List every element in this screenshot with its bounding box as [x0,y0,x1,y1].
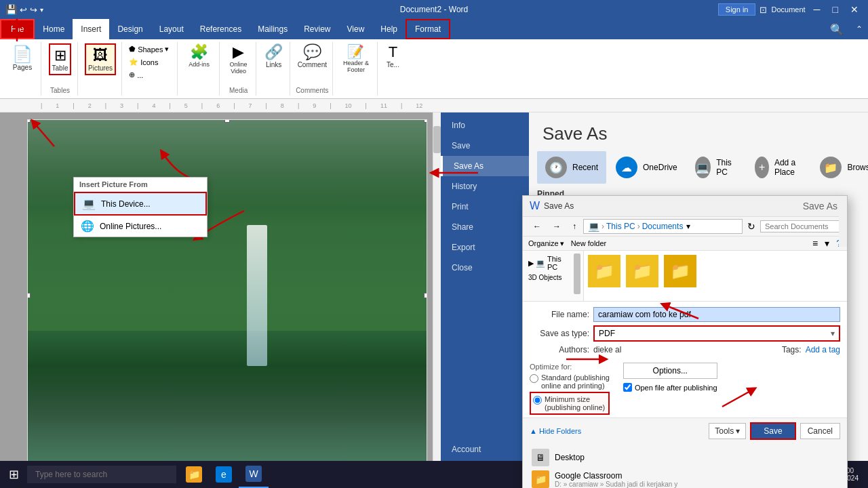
start-button[interactable]: ⊞ [0,461,27,488]
organize-btn[interactable]: Organize ▾ [528,239,564,248]
dialog-back-btn[interactable]: ← [528,220,546,233]
tab-layout[interactable]: Layout [151,19,192,39]
header-footer-btn[interactable]: 📝 Header &Footer [343,43,369,73]
redo-btn[interactable]: ↪ [30,5,37,15]
maximize-btn[interactable]: □ [829,4,842,15]
resize-handle-top-mid[interactable] [224,119,230,123]
nav-save[interactable]: Save [441,136,529,156]
open-after-checkbox-row[interactable]: Open file after publishing [623,383,717,392]
standard-option[interactable]: Standard (publishingonline and printing) [530,373,610,390]
options-btn[interactable]: Options... [623,363,717,379]
tab-design[interactable]: Design [109,19,151,39]
dialog-tree-panel: ▶💻This PC 3D Objects [523,251,584,301]
taskbar-word-app[interactable]: W [239,461,269,488]
table-btn[interactable]: ⊞ Table [49,43,72,75]
folder-thumb-2[interactable]: 📁 [626,255,658,287]
comments-btn[interactable]: 💬 Comment [298,43,327,68]
text-btn[interactable]: T Te... [387,43,399,68]
add-place-icon: + [755,157,769,178]
more-btn[interactable]: ⊕... [126,69,174,81]
tab-view[interactable]: View [339,19,373,39]
view-details-btn[interactable]: ▾ [825,238,829,249]
links-btn[interactable]: 🔗 Links [264,43,283,68]
save-option-browse[interactable]: 📁 Browse [812,151,868,184]
pages-btn[interactable]: 📄 Pages [9,43,35,73]
shapes-btn[interactable]: ⬟Shapes▾ [126,43,174,55]
view-toggle-btn[interactable]: ≡ [812,238,818,249]
tools-dropdown-btn[interactable]: Tools▾ [709,423,746,439]
filename-input[interactable] [593,307,840,322]
tab-home[interactable]: Home [35,19,73,39]
vertical-scrollbar[interactable] [433,113,441,488]
this-device-item[interactable]: 💻 This Device... [74,192,207,216]
collapse-ribbon-btn[interactable]: ⌃ [850,19,868,39]
tab-mailings[interactable]: Mailings [250,19,296,39]
add-tag-link[interactable]: Add a tag [806,345,840,354]
dialog-search-input[interactable] [760,220,842,232]
save-option-this-pc[interactable]: 💻 This PC [687,151,746,184]
nav-info[interactable]: Info [441,115,529,136]
3d-objects-item[interactable]: 3D Objects [526,272,580,283]
dialog-up-btn[interactable]: ↑ [568,220,581,233]
tab-references[interactable]: References [192,19,250,39]
nav-save-as[interactable]: Save As [441,156,529,176]
search-ribbon-btn[interactable]: 🔍 [823,19,850,39]
breadcrumb-this-pc[interactable]: This PC [606,222,635,231]
nav-export[interactable]: Export [441,237,529,258]
nav-print[interactable]: Print [441,197,529,217]
nav-share[interactable]: Share [441,217,529,237]
dialog-refresh-btn[interactable]: ↻ [745,220,758,233]
tree-scroll[interactable] [574,253,580,294]
folder-thumb-1[interactable]: 📁 [588,255,620,287]
google-classroom-item[interactable]: 📁 Google Classroom D: » caramiaw » Sudah… [530,468,840,488]
taskbar-edge[interactable]: e [209,461,239,488]
resize-handle-right-mid[interactable] [424,293,427,298]
hide-folders-btn[interactable]: ▲Hide Folders [530,427,581,435]
save-quick-btn[interactable]: 💾 [5,4,17,15]
save-dialog-cancel-btn[interactable]: Cancel [800,423,840,439]
minimum-radio[interactable] [533,396,542,405]
this-pc-tree-item[interactable]: ▶💻This PC [526,253,574,272]
icons-btn[interactable]: ⭐Icons [126,56,174,68]
minimum-option[interactable]: Minimum size(publishing online) [530,392,610,415]
breadcrumb-dropdown-btn[interactable]: ▾ [686,222,690,231]
save-dialog-save-btn[interactable]: Save [750,422,795,440]
save-option-onedrive[interactable]: ☁ OneDrive [608,151,686,184]
tab-help[interactable]: Help [372,19,406,39]
dialog-close-btn[interactable]: Save As [800,201,840,211]
sign-in-button[interactable]: Sign in [718,3,756,16]
desktop-item-1[interactable]: 🖥 Desktop [530,447,840,468]
breadcrumb-separator2: › [637,222,640,231]
pictures-btn[interactable]: 🖼 Pictures [85,43,116,75]
open-after-checkbox[interactable] [623,383,632,392]
new-folder-btn[interactable]: New folder [571,239,607,247]
minimize-btn[interactable]: ─ [810,4,825,15]
dialog-forward-btn[interactable]: → [548,220,566,233]
online-video-btn[interactable]: ▶ OnlineVideo [230,43,248,75]
save-option-recent[interactable]: 🕐 Recent [537,151,606,184]
nav-account[interactable]: Account [441,439,529,460]
taskbar-search-input[interactable] [27,466,176,483]
addins-btn[interactable]: 🧩 Add-ins [189,43,210,68]
resize-handle-top-right[interactable] [424,119,427,123]
tab-file[interactable]: File [0,19,35,39]
nav-close[interactable]: Close [441,258,529,278]
folder-thumb-3[interactable]: 📁 [664,255,696,287]
taskbar-file-explorer[interactable]: 📁 [179,461,209,488]
customize-btn[interactable]: ▾ [40,6,43,14]
save-option-add-place[interactable]: + Add a Place [747,151,810,184]
undo-btn[interactable]: ↩ [20,5,27,15]
nav-history[interactable]: History [441,176,529,197]
breadcrumb-documents[interactable]: Documents [642,222,684,231]
tab-insert[interactable]: Insert [73,19,109,39]
online-pictures-item[interactable]: 🌐 Online Pictures... [74,216,207,237]
tab-format[interactable]: Format [406,19,450,39]
ribbon-group-online-video: ▶ OnlineVideo Media [221,42,256,96]
standard-radio[interactable] [530,374,538,383]
close-btn[interactable]: ✕ [846,4,863,15]
save-type-select[interactable]: PDF ▾ [593,325,840,342]
layout-btn[interactable]: ⊡ [760,5,767,15]
resize-handle-left-mid[interactable] [27,293,31,298]
tab-review[interactable]: Review [296,19,338,39]
onedrive-icon: ☁ [616,157,637,178]
